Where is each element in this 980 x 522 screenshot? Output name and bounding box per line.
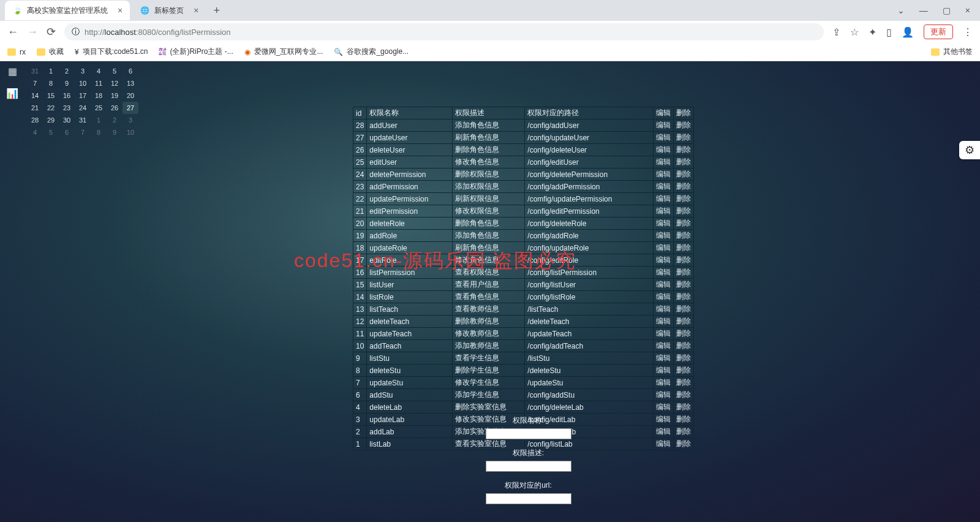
edit-link[interactable]: 编辑 [656,378,671,387]
calendar-widget[interactable]: 3112345678910111213141516171819202122232… [27,65,138,138]
calendar-day[interactable]: 31 [75,114,91,126]
delete-link[interactable]: 删除 [676,280,691,289]
calendar-day[interactable]: 3 [75,65,91,77]
calendar-day[interactable]: 4 [27,126,43,138]
delete-link[interactable]: 删除 [676,390,691,399]
delete-link[interactable]: 删除 [676,378,691,387]
close-icon[interactable]: × [194,6,198,15]
edit-link[interactable]: 编辑 [656,231,671,240]
edit-link[interactable]: 编辑 [656,121,671,129]
calendar-day[interactable]: 30 [59,114,75,126]
calendar-day[interactable]: 13 [123,77,138,89]
calendar-day[interactable]: 10 [75,77,91,89]
calendar-day[interactable]: 5 [107,65,123,77]
calendar-day[interactable]: 9 [59,77,75,89]
calendar-day[interactable]: 27 [123,102,138,114]
delete-link[interactable]: 删除 [676,329,691,338]
info-icon[interactable]: ⓘ [72,26,80,37]
delete-link[interactable]: 删除 [676,121,691,129]
delete-link[interactable]: 删除 [676,341,691,350]
calendar-day[interactable]: 6 [123,65,138,77]
calendar-day[interactable]: 29 [43,114,59,126]
close-window-icon[interactable]: × [965,6,970,15]
delete-link[interactable]: 删除 [676,255,691,264]
calendar-day[interactable]: 21 [27,102,43,114]
edit-link[interactable]: 编辑 [656,157,671,166]
reload-button[interactable]: ⟳ [47,25,56,39]
permission-desc-input[interactable] [486,461,571,472]
share-icon[interactable]: ⇪ [832,26,840,38]
forward-button[interactable]: → [27,26,38,39]
edit-link[interactable]: 编辑 [656,354,671,362]
calendar-day[interactable]: 3 [123,114,138,126]
edit-link[interactable]: 编辑 [656,133,671,142]
sidepanel-icon[interactable]: ▯ [886,26,892,38]
tab-active[interactable]: 🍃 高校实验室监控管理系统 × [5,1,130,20]
calendar-day[interactable]: 24 [75,102,91,114]
calendar-day[interactable]: 6 [59,126,75,138]
profile-icon[interactable]: 👤 [902,26,914,38]
menu-icon[interactable]: ⋮ [963,26,973,38]
calendar-day[interactable]: 5 [43,126,59,138]
delete-link[interactable]: 删除 [676,219,691,227]
calendar-day[interactable]: 26 [107,102,123,114]
bookmark-item[interactable]: ¥项目下载:code51.cn [75,47,148,57]
delete-link[interactable]: 删除 [676,366,691,374]
settings-button[interactable]: ⚙ [959,141,980,159]
edit-link[interactable]: 编辑 [656,304,671,313]
calendar-day[interactable]: 31 [27,65,43,77]
delete-link[interactable]: 删除 [676,268,691,276]
calendar-day[interactable]: 11 [91,77,107,89]
delete-link[interactable]: 删除 [676,170,691,178]
edit-link[interactable]: 编辑 [656,341,671,350]
calendar-day[interactable]: 16 [59,89,75,102]
delete-link[interactable]: 删除 [676,317,691,325]
delete-link[interactable]: 删除 [676,206,691,215]
bookmark-item[interactable]: rx [7,48,26,56]
delete-link[interactable]: 删除 [676,243,691,252]
edit-link[interactable]: 编辑 [656,255,671,264]
star-icon[interactable]: ☆ [850,26,859,38]
calendar-day[interactable]: 4 [91,65,107,77]
edit-link[interactable]: 编辑 [656,145,671,154]
delete-link[interactable]: 删除 [676,133,691,142]
permission-url-input[interactable] [486,493,571,504]
calendar-day[interactable]: 8 [91,126,107,138]
delete-link[interactable]: 删除 [676,157,691,166]
calendar-day[interactable]: 18 [91,89,107,102]
chevron-down-icon[interactable]: ⌄ [897,6,905,15]
calendar-day[interactable]: 7 [27,77,43,89]
calendar-day[interactable]: 19 [107,89,123,102]
calendar-day[interactable]: 1 [91,114,107,126]
calendar-day[interactable]: 9 [107,126,123,138]
edit-link[interactable]: 编辑 [656,366,671,374]
calendar-day[interactable]: 7 [75,126,91,138]
maximize-icon[interactable]: ▢ [943,6,951,15]
calendar-day[interactable]: 22 [43,102,59,114]
chart-icon[interactable]: 📊 [6,87,18,99]
delete-link[interactable]: 删除 [676,182,691,191]
calendar-day[interactable]: 1 [43,65,59,77]
calendar-day[interactable]: 17 [75,89,91,102]
edit-link[interactable]: 编辑 [656,243,671,252]
back-button[interactable]: ← [7,26,18,39]
calendar-day[interactable]: 14 [27,89,43,102]
edit-link[interactable]: 编辑 [656,329,671,338]
delete-link[interactable]: 删除 [676,304,691,313]
calendar-day[interactable]: 10 [123,126,138,138]
calendar-day[interactable]: 8 [43,77,59,89]
other-bookmarks[interactable]: 其他书签 [931,47,973,57]
calendar-day[interactable]: 23 [59,102,75,114]
extensions-icon[interactable]: ✦ [869,26,876,38]
calendar-day[interactable]: 25 [91,102,107,114]
edit-link[interactable]: 编辑 [656,390,671,399]
calendar-day[interactable]: 2 [107,114,123,126]
edit-link[interactable]: 编辑 [656,292,671,301]
calendar-day[interactable]: 2 [59,65,75,77]
bookmark-item[interactable]: ◉爱微网_互联网专业... [244,47,323,57]
close-icon[interactable]: × [118,6,123,15]
url-input[interactable]: ⓘ http://localhost:8080/config/listPermi… [64,23,824,40]
edit-link[interactable]: 编辑 [656,170,671,178]
edit-link[interactable]: 编辑 [656,280,671,289]
delete-link[interactable]: 删除 [676,194,691,203]
